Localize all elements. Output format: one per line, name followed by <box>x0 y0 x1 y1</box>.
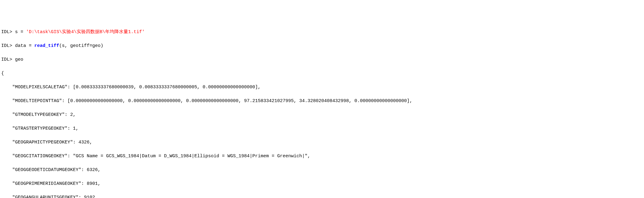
console-line-2: IDL> data = read_tiff(s, geotiff=geo) <box>1 43 643 50</box>
output-modeltiepointtag: "MODELTIEPOINTTAG": [0.00000000000000000… <box>1 98 643 105</box>
function-call: read_tiff <box>34 43 59 48</box>
output-brace-open: { <box>1 70 643 77</box>
console-line-1: IDL> s = 'D:\task\GIS\实验4\实验四数据B\年均降水量1.… <box>1 29 643 36</box>
output-geogprimemeridiangeokey: "GEOGPRIMEMERIDIANGEOKEY": 8901, <box>1 181 643 188</box>
idl-prompt: IDL> <box>1 57 15 62</box>
code-text: data = <box>15 43 34 48</box>
code-text: (s, geotiff=geo) <box>59 43 103 48</box>
output-gtrastertypegeokey: "GTRASTERTYPEGEOKEY": 1, <box>1 125 643 132</box>
string-path: 'D:\task\GIS\实验4\实验四数据B\年均降水量1.tif' <box>26 29 145 35</box>
output-geogcitationgeokey: "GEOGCITATIONGEOKEY": "GCS Name = GCS_WG… <box>1 153 643 160</box>
output-geogangularunitsgeokey: "GEOGANGULARUNITSGEOKEY": 9102, <box>1 194 643 198</box>
output-modelpixelscaletag: "MODELPIXELSCALETAG": [0.008333333768000… <box>1 84 643 91</box>
idl-prompt: IDL> <box>1 43 15 48</box>
console-line-3: IDL> geo <box>1 56 643 63</box>
output-geographictypegeokey: "GEOGRAPHICTYPEGEOKEY": 4326, <box>1 139 643 146</box>
assignment: s = <box>15 29 26 35</box>
output-geoggeodeticdatumgeokey: "GEOGGEODETICDATUMGEOKEY": 6326, <box>1 167 643 174</box>
idl-prompt: IDL> <box>1 29 15 35</box>
output-gtmodeltypegeokey: "GTMODELTYPEGEOKEY": 2, <box>1 112 643 119</box>
code-text: geo <box>15 57 23 62</box>
